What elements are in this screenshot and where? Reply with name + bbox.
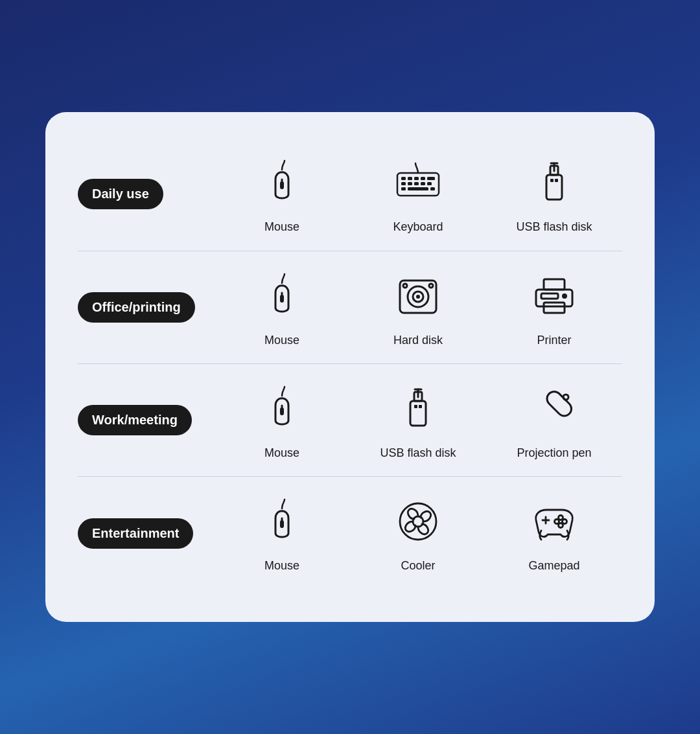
items-work-meeting: Mouse USB flash disk Projection pen: [214, 380, 622, 461]
svg-rect-37: [410, 401, 426, 426]
svg-point-52: [563, 520, 567, 524]
items-entertainment: Mouse Cooler Gamepad: [214, 492, 622, 573]
label-keyboard-1: Keyboard: [393, 220, 443, 235]
item-mouse-4: Mouse: [240, 492, 324, 573]
svg-rect-7: [427, 177, 435, 180]
svg-rect-16: [546, 175, 562, 200]
svg-rect-6: [421, 177, 425, 180]
svg-rect-41: [414, 405, 417, 408]
svg-rect-4: [408, 177, 412, 180]
item-usb-1: USB flash disk: [512, 154, 596, 235]
svg-rect-33: [541, 293, 558, 299]
svg-rect-43: [544, 389, 574, 419]
svg-point-54: [555, 520, 559, 524]
item-projection-pen-1: Projection pen: [512, 380, 596, 461]
svg-rect-13: [401, 187, 406, 190]
keyboard-icon: [389, 154, 447, 212]
svg-rect-21: [555, 179, 558, 182]
mouse-icon: [253, 267, 311, 325]
section-daily-use: Daily use Mouse: [78, 138, 622, 251]
item-printer-1: Printer: [512, 267, 596, 348]
category-entertainment: Entertainment: [78, 518, 214, 549]
svg-rect-9: [408, 182, 412, 185]
svg-rect-15: [430, 187, 435, 190]
svg-rect-1: [280, 181, 284, 189]
cooler-icon: [389, 492, 447, 551]
category-daily-use: Daily use: [78, 179, 214, 209]
svg-rect-8: [401, 182, 406, 185]
label-projection-pen-1: Projection pen: [517, 446, 591, 461]
label-mouse-2: Mouse: [264, 333, 299, 348]
svg-point-48: [413, 516, 423, 527]
section-work-meeting: Work/meeting Mouse USB flash disk: [78, 364, 622, 477]
label-mouse-4: Mouse: [264, 558, 299, 573]
svg-rect-14: [408, 187, 428, 190]
item-mouse-3: Mouse: [240, 380, 324, 461]
item-mouse-1: Mouse: [240, 154, 324, 235]
items-daily-use: Mouse Keyboard: [214, 154, 622, 235]
mouse-icon: [253, 492, 311, 551]
svg-rect-23: [280, 295, 284, 303]
badge-work-meeting: Work/meeting: [78, 405, 192, 435]
label-mouse-3: Mouse: [264, 446, 299, 461]
svg-rect-10: [414, 182, 419, 185]
label-cooler-1: Cooler: [401, 558, 435, 573]
usb-icon: [525, 154, 583, 212]
label-printer-1: Printer: [537, 333, 571, 348]
svg-point-28: [403, 284, 407, 288]
category-office-printing: Office/printing: [78, 292, 214, 323]
projectionpen-icon: [525, 380, 583, 438]
item-keyboard-1: Keyboard: [376, 154, 460, 235]
item-usb-2: USB flash disk: [376, 380, 460, 461]
svg-rect-36: [280, 407, 284, 415]
mouse-icon: [253, 154, 311, 212]
svg-rect-11: [421, 182, 425, 185]
svg-rect-5: [414, 177, 419, 180]
svg-point-53: [559, 523, 563, 528]
label-mouse-1: Mouse: [264, 220, 299, 235]
svg-rect-20: [550, 179, 554, 182]
items-office-printing: Mouse Hard disk Printer: [214, 267, 622, 348]
label-gamepad-1: Gamepad: [528, 558, 579, 573]
mouse-icon: [253, 380, 311, 438]
label-hard-disk-1: Hard disk: [393, 333, 443, 348]
category-work-meeting: Work/meeting: [78, 405, 214, 435]
svg-rect-3: [401, 177, 406, 180]
svg-rect-12: [427, 182, 432, 185]
main-card: Daily use Mouse: [45, 112, 655, 622]
svg-point-44: [563, 395, 568, 400]
svg-point-47: [400, 503, 436, 540]
svg-point-51: [559, 516, 563, 520]
section-entertainment: Entertainment Mouse Cooler: [78, 477, 622, 589]
svg-rect-32: [544, 303, 565, 313]
badge-daily-use: Daily use: [78, 179, 163, 209]
printer-icon: [525, 267, 583, 325]
svg-point-29: [429, 284, 433, 288]
badge-entertainment: Entertainment: [78, 518, 193, 549]
section-office-printing: Office/printing Mouse Hard disk: [78, 251, 622, 364]
svg-point-34: [562, 293, 567, 299]
badge-office-printing: Office/printing: [78, 292, 195, 323]
gamepad-icon: [525, 492, 583, 551]
svg-rect-46: [280, 520, 284, 528]
label-usb-2: USB flash disk: [380, 446, 456, 461]
item-gamepad-1: Gamepad: [512, 492, 596, 573]
label-usb-1: USB flash disk: [516, 220, 592, 235]
svg-rect-42: [419, 405, 422, 408]
item-mouse-2: Mouse: [240, 267, 324, 348]
harddisk-icon: [389, 267, 447, 325]
svg-point-27: [416, 295, 420, 299]
item-hard-disk-1: Hard disk: [376, 267, 460, 348]
usb-icon: [389, 380, 447, 438]
item-cooler-1: Cooler: [376, 492, 460, 573]
svg-rect-30: [544, 279, 565, 290]
